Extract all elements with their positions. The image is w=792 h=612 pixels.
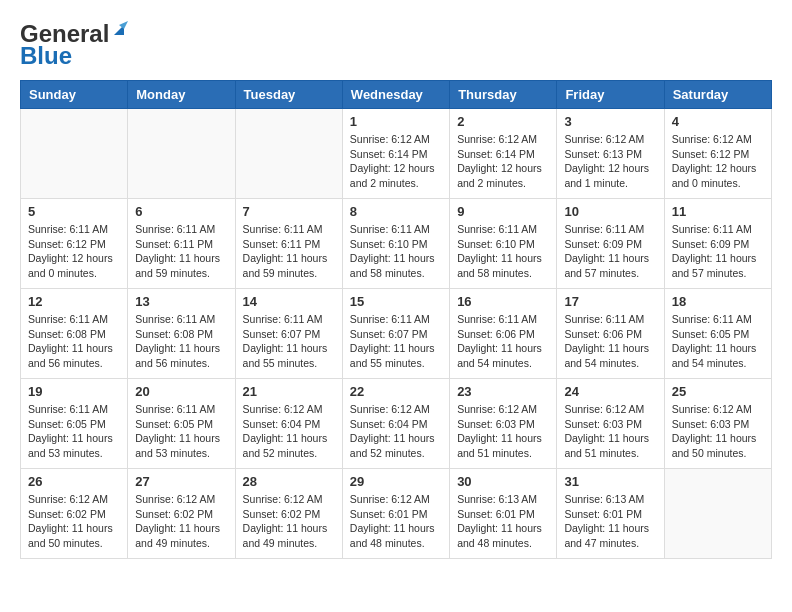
day-info: Sunrise: 6:11 AM Sunset: 6:12 PM Dayligh… <box>28 222 120 281</box>
day-number: 12 <box>28 294 120 309</box>
day-info: Sunrise: 6:11 AM Sunset: 6:08 PM Dayligh… <box>28 312 120 371</box>
day-number: 27 <box>135 474 227 489</box>
day-info: Sunrise: 6:11 AM Sunset: 6:10 PM Dayligh… <box>457 222 549 281</box>
day-number: 18 <box>672 294 764 309</box>
day-number: 21 <box>243 384 335 399</box>
weekday-header-row: SundayMondayTuesdayWednesdayThursdayFrid… <box>21 81 772 109</box>
calendar-cell: 2Sunrise: 6:12 AM Sunset: 6:14 PM Daylig… <box>450 109 557 199</box>
day-info: Sunrise: 6:11 AM Sunset: 6:06 PM Dayligh… <box>457 312 549 371</box>
day-info: Sunrise: 6:11 AM Sunset: 6:05 PM Dayligh… <box>28 402 120 461</box>
calendar-body: 1Sunrise: 6:12 AM Sunset: 6:14 PM Daylig… <box>21 109 772 559</box>
calendar-cell: 13Sunrise: 6:11 AM Sunset: 6:08 PM Dayli… <box>128 289 235 379</box>
weekday-thursday: Thursday <box>450 81 557 109</box>
day-info: Sunrise: 6:11 AM Sunset: 6:09 PM Dayligh… <box>564 222 656 281</box>
calendar-cell: 9Sunrise: 6:11 AM Sunset: 6:10 PM Daylig… <box>450 199 557 289</box>
weekday-saturday: Saturday <box>664 81 771 109</box>
logo: General Blue <box>20 20 128 70</box>
day-info: Sunrise: 6:12 AM Sunset: 6:03 PM Dayligh… <box>457 402 549 461</box>
day-number: 1 <box>350 114 442 129</box>
day-number: 31 <box>564 474 656 489</box>
day-number: 28 <box>243 474 335 489</box>
day-info: Sunrise: 6:12 AM Sunset: 6:02 PM Dayligh… <box>28 492 120 551</box>
calendar-cell <box>128 109 235 199</box>
day-info: Sunrise: 6:12 AM Sunset: 6:01 PM Dayligh… <box>350 492 442 551</box>
calendar-cell: 19Sunrise: 6:11 AM Sunset: 6:05 PM Dayli… <box>21 379 128 469</box>
calendar-cell: 23Sunrise: 6:12 AM Sunset: 6:03 PM Dayli… <box>450 379 557 469</box>
day-number: 22 <box>350 384 442 399</box>
day-number: 19 <box>28 384 120 399</box>
calendar-cell: 11Sunrise: 6:11 AM Sunset: 6:09 PM Dayli… <box>664 199 771 289</box>
day-number: 23 <box>457 384 549 399</box>
day-info: Sunrise: 6:11 AM Sunset: 6:07 PM Dayligh… <box>243 312 335 371</box>
calendar-cell <box>664 469 771 559</box>
calendar-cell: 7Sunrise: 6:11 AM Sunset: 6:11 PM Daylig… <box>235 199 342 289</box>
day-info: Sunrise: 6:11 AM Sunset: 6:11 PM Dayligh… <box>243 222 335 281</box>
calendar-cell: 21Sunrise: 6:12 AM Sunset: 6:04 PM Dayli… <box>235 379 342 469</box>
calendar-cell: 28Sunrise: 6:12 AM Sunset: 6:02 PM Dayli… <box>235 469 342 559</box>
calendar-cell: 6Sunrise: 6:11 AM Sunset: 6:11 PM Daylig… <box>128 199 235 289</box>
day-info: Sunrise: 6:12 AM Sunset: 6:04 PM Dayligh… <box>350 402 442 461</box>
calendar-cell: 14Sunrise: 6:11 AM Sunset: 6:07 PM Dayli… <box>235 289 342 379</box>
day-info: Sunrise: 6:12 AM Sunset: 6:03 PM Dayligh… <box>672 402 764 461</box>
weekday-friday: Friday <box>557 81 664 109</box>
calendar-cell: 26Sunrise: 6:12 AM Sunset: 6:02 PM Dayli… <box>21 469 128 559</box>
weekday-tuesday: Tuesday <box>235 81 342 109</box>
calendar-cell: 22Sunrise: 6:12 AM Sunset: 6:04 PM Dayli… <box>342 379 449 469</box>
day-info: Sunrise: 6:11 AM Sunset: 6:10 PM Dayligh… <box>350 222 442 281</box>
day-number: 5 <box>28 204 120 219</box>
calendar-cell <box>235 109 342 199</box>
day-number: 3 <box>564 114 656 129</box>
day-number: 9 <box>457 204 549 219</box>
day-info: Sunrise: 6:12 AM Sunset: 6:04 PM Dayligh… <box>243 402 335 461</box>
calendar-cell: 12Sunrise: 6:11 AM Sunset: 6:08 PM Dayli… <box>21 289 128 379</box>
day-info: Sunrise: 6:12 AM Sunset: 6:02 PM Dayligh… <box>135 492 227 551</box>
calendar-cell: 29Sunrise: 6:12 AM Sunset: 6:01 PM Dayli… <box>342 469 449 559</box>
day-number: 30 <box>457 474 549 489</box>
day-number: 17 <box>564 294 656 309</box>
day-info: Sunrise: 6:11 AM Sunset: 6:06 PM Dayligh… <box>564 312 656 371</box>
weekday-monday: Monday <box>128 81 235 109</box>
day-info: Sunrise: 6:13 AM Sunset: 6:01 PM Dayligh… <box>457 492 549 551</box>
week-row-4: 19Sunrise: 6:11 AM Sunset: 6:05 PM Dayli… <box>21 379 772 469</box>
calendar-cell: 4Sunrise: 6:12 AM Sunset: 6:12 PM Daylig… <box>664 109 771 199</box>
calendar-cell: 20Sunrise: 6:11 AM Sunset: 6:05 PM Dayli… <box>128 379 235 469</box>
day-number: 14 <box>243 294 335 309</box>
calendar-cell: 5Sunrise: 6:11 AM Sunset: 6:12 PM Daylig… <box>21 199 128 289</box>
day-info: Sunrise: 6:12 AM Sunset: 6:02 PM Dayligh… <box>243 492 335 551</box>
calendar-cell: 31Sunrise: 6:13 AM Sunset: 6:01 PM Dayli… <box>557 469 664 559</box>
calendar-cell: 15Sunrise: 6:11 AM Sunset: 6:07 PM Dayli… <box>342 289 449 379</box>
calendar-cell: 16Sunrise: 6:11 AM Sunset: 6:06 PM Dayli… <box>450 289 557 379</box>
day-number: 7 <box>243 204 335 219</box>
page-header: General Blue <box>20 20 772 70</box>
calendar-cell: 27Sunrise: 6:12 AM Sunset: 6:02 PM Dayli… <box>128 469 235 559</box>
weekday-sunday: Sunday <box>21 81 128 109</box>
day-number: 20 <box>135 384 227 399</box>
day-number: 24 <box>564 384 656 399</box>
day-number: 29 <box>350 474 442 489</box>
day-info: Sunrise: 6:12 AM Sunset: 6:14 PM Dayligh… <box>457 132 549 191</box>
week-row-5: 26Sunrise: 6:12 AM Sunset: 6:02 PM Dayli… <box>21 469 772 559</box>
day-info: Sunrise: 6:12 AM Sunset: 6:13 PM Dayligh… <box>564 132 656 191</box>
calendar-cell: 3Sunrise: 6:12 AM Sunset: 6:13 PM Daylig… <box>557 109 664 199</box>
calendar-cell: 18Sunrise: 6:11 AM Sunset: 6:05 PM Dayli… <box>664 289 771 379</box>
day-number: 25 <box>672 384 764 399</box>
day-info: Sunrise: 6:13 AM Sunset: 6:01 PM Dayligh… <box>564 492 656 551</box>
day-number: 10 <box>564 204 656 219</box>
day-number: 6 <box>135 204 227 219</box>
logo-blue: Blue <box>20 42 72 70</box>
calendar-cell <box>21 109 128 199</box>
week-row-2: 5Sunrise: 6:11 AM Sunset: 6:12 PM Daylig… <box>21 199 772 289</box>
logo-bird-icon <box>110 21 128 39</box>
week-row-1: 1Sunrise: 6:12 AM Sunset: 6:14 PM Daylig… <box>21 109 772 199</box>
day-number: 13 <box>135 294 227 309</box>
day-info: Sunrise: 6:12 AM Sunset: 6:14 PM Dayligh… <box>350 132 442 191</box>
calendar-cell: 17Sunrise: 6:11 AM Sunset: 6:06 PM Dayli… <box>557 289 664 379</box>
calendar-cell: 25Sunrise: 6:12 AM Sunset: 6:03 PM Dayli… <box>664 379 771 469</box>
calendar-cell: 8Sunrise: 6:11 AM Sunset: 6:10 PM Daylig… <box>342 199 449 289</box>
day-info: Sunrise: 6:12 AM Sunset: 6:12 PM Dayligh… <box>672 132 764 191</box>
day-number: 26 <box>28 474 120 489</box>
calendar-cell: 24Sunrise: 6:12 AM Sunset: 6:03 PM Dayli… <box>557 379 664 469</box>
calendar-cell: 30Sunrise: 6:13 AM Sunset: 6:01 PM Dayli… <box>450 469 557 559</box>
day-info: Sunrise: 6:11 AM Sunset: 6:11 PM Dayligh… <box>135 222 227 281</box>
weekday-wednesday: Wednesday <box>342 81 449 109</box>
